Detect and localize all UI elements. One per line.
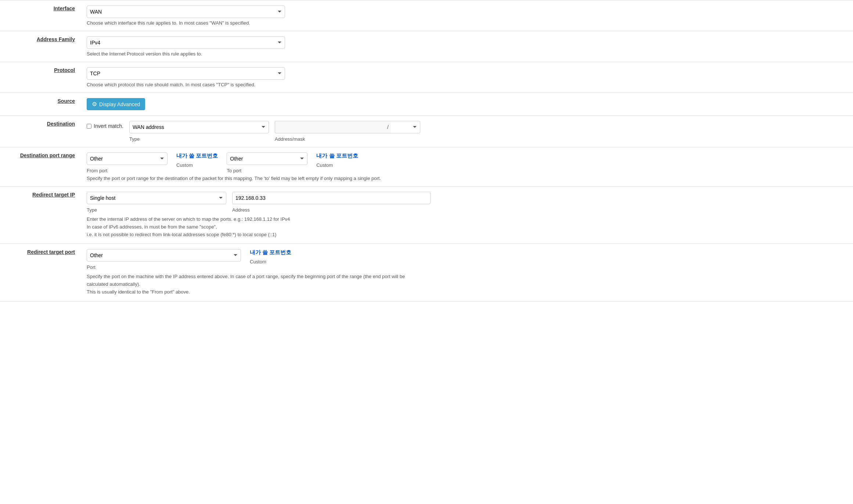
address-family-hint: Select the Internet Protocol version thi… bbox=[87, 51, 847, 57]
destination-port-range-content: Other HTTP HTTPS From port 내가 쓸 포트번호 Cus… bbox=[81, 147, 853, 187]
redirect-target-ip-hint: Enter the internal IP address of the ser… bbox=[87, 216, 847, 238]
source-row: Source ⚙ Display Advanced bbox=[0, 93, 853, 116]
destination-content: Invert match. WAN address LAN address Si… bbox=[81, 116, 853, 147]
destination-port-range-label-cell: Destination port range bbox=[0, 147, 81, 187]
destination-label-cell: Destination bbox=[0, 116, 81, 147]
protocol-content: TCP TCP UDP TCP/UDP Any Choose which pro… bbox=[81, 62, 853, 93]
redirect-target-ip-row: Redirect target IP Single host Network A… bbox=[0, 187, 853, 244]
redirect-target-ip-label: Redirect target IP bbox=[32, 192, 75, 198]
redirect-hint-line1: Enter the internal IP address of the ser… bbox=[87, 216, 847, 223]
destination-address-group: / Address/mask bbox=[275, 121, 420, 142]
address-family-content: IPv4 IPv4 IPv6 IPv4+IPv6 Select the Inte… bbox=[81, 31, 853, 62]
mask-select[interactable] bbox=[391, 121, 420, 133]
firewall-nat-form: Interface WAN LAN Other Choose which int… bbox=[0, 0, 853, 302]
address-mask-label: Address/mask bbox=[275, 136, 420, 142]
redirect-address-label: Address bbox=[232, 207, 431, 213]
redirect-type-group: Single host Network Any Type bbox=[87, 192, 226, 213]
port-range-fields: Other HTTP HTTPS From port 내가 쓸 포트번호 Cus… bbox=[87, 152, 847, 173]
invert-match-label: Invert match. bbox=[94, 123, 123, 129]
protocol-label-cell: Protocol bbox=[0, 62, 81, 93]
redirect-port-hint-line3: This is usually identical to the "From p… bbox=[87, 288, 847, 296]
destination-label: Destination bbox=[47, 121, 75, 127]
protocol-select[interactable]: TCP TCP UDP TCP/UDP Any bbox=[87, 67, 285, 80]
address-input[interactable] bbox=[275, 121, 385, 133]
destination-type-group: WAN address LAN address Single host Netw… bbox=[129, 121, 269, 142]
destination-type-label: Type bbox=[129, 136, 269, 142]
interface-row: Interface WAN LAN Other Choose which int… bbox=[0, 0, 853, 31]
redirect-port-hint-line1: Specify the port on the machine with the… bbox=[87, 273, 847, 281]
address-mask-group: / bbox=[275, 121, 420, 133]
redirect-ip-fields: Single host Network Any Type Address bbox=[87, 192, 847, 213]
redirect-port-hint-line2: calculated automatically). bbox=[87, 281, 847, 288]
protocol-label: Protocol bbox=[54, 67, 75, 73]
destination-port-range-row: Destination port range Other HTTP HTTPS … bbox=[0, 147, 853, 187]
source-label: Source bbox=[58, 98, 75, 104]
protocol-hint: Choose which protocol this rule should m… bbox=[87, 82, 847, 87]
redirect-custom-label: Custom bbox=[250, 259, 291, 264]
interface-content: WAN LAN Other Choose which interface thi… bbox=[81, 0, 853, 31]
redirect-target-port-label: Redirect target port bbox=[27, 249, 75, 255]
redirect-port-label: Port bbox=[87, 264, 241, 270]
redirect-type-label: Type bbox=[87, 207, 226, 213]
redirect-custom-group: 내가 쓸 포트번호 Custom bbox=[250, 249, 291, 264]
interface-hint: Choose which interface this rule applies… bbox=[87, 20, 847, 26]
from-port-select[interactable]: Other HTTP HTTPS bbox=[87, 152, 168, 165]
redirect-port-fields: Other HTTP HTTPS Port 내가 쓸 포트번호 Custom bbox=[87, 249, 847, 270]
destination-port-range-hint: Specify the port or port range for the d… bbox=[87, 176, 847, 181]
to-port-label: To port bbox=[227, 168, 307, 173]
slash-divider: / bbox=[385, 121, 391, 133]
interface-label: Interface bbox=[54, 6, 75, 11]
address-family-row: Address Family IPv4 IPv4 IPv6 IPv4+IPv6 … bbox=[0, 31, 853, 62]
address-family-label-cell: Address Family bbox=[0, 31, 81, 62]
to-port-group: Other HTTP HTTPS To port bbox=[227, 152, 307, 173]
invert-match-group: Invert match. bbox=[87, 121, 123, 129]
redirect-target-ip-content: Single host Network Any Type Address Ent… bbox=[81, 187, 853, 244]
destination-fields: Invert match. WAN address LAN address Si… bbox=[87, 121, 847, 142]
destination-port-range-label: Destination port range bbox=[20, 152, 75, 158]
to-custom-value: 내가 쓸 포트번호 bbox=[316, 152, 358, 159]
destination-type-select[interactable]: WAN address LAN address Single host Netw… bbox=[129, 121, 269, 133]
source-content: ⚙ Display Advanced bbox=[81, 93, 853, 116]
source-label-cell: Source bbox=[0, 93, 81, 116]
redirect-hint-line3: i.e. it is not possible to redirect from… bbox=[87, 231, 847, 239]
interface-label-cell: Interface bbox=[0, 0, 81, 31]
address-family-select[interactable]: IPv4 IPv4 IPv6 IPv4+IPv6 bbox=[87, 36, 285, 49]
redirect-port-select-group: Other HTTP HTTPS Port bbox=[87, 249, 241, 270]
redirect-target-port-hint: Specify the port on the machine with the… bbox=[87, 273, 847, 296]
redirect-ip-input[interactable] bbox=[232, 192, 431, 204]
to-custom-label: Custom bbox=[316, 162, 358, 168]
redirect-port-select[interactable]: Other HTTP HTTPS bbox=[87, 249, 241, 262]
redirect-target-ip-label-cell: Redirect target IP bbox=[0, 187, 81, 244]
display-advanced-button[interactable]: ⚙ Display Advanced bbox=[87, 98, 145, 110]
gear-icon: ⚙ bbox=[92, 101, 97, 108]
from-port-group: Other HTTP HTTPS From port bbox=[87, 152, 168, 173]
from-custom-value: 내가 쓸 포트번호 bbox=[176, 152, 218, 159]
to-custom-group: 내가 쓸 포트번호 Custom bbox=[316, 152, 358, 168]
redirect-type-select[interactable]: Single host Network Any bbox=[87, 192, 226, 204]
to-port-select[interactable]: Other HTTP HTTPS bbox=[227, 152, 307, 165]
redirect-target-port-label-cell: Redirect target port bbox=[0, 244, 81, 301]
invert-match-checkbox[interactable] bbox=[87, 124, 91, 129]
protocol-row: Protocol TCP TCP UDP TCP/UDP Any Choose … bbox=[0, 62, 853, 93]
address-family-label: Address Family bbox=[37, 36, 75, 42]
display-advanced-label: Display Advanced bbox=[99, 101, 140, 107]
redirect-custom-value: 내가 쓸 포트번호 bbox=[250, 249, 291, 256]
from-custom-group: 내가 쓸 포트번호 Custom bbox=[176, 152, 218, 168]
from-custom-label: Custom bbox=[176, 162, 218, 168]
redirect-hint-line2: In case of IPv6 addresses, in must be fr… bbox=[87, 223, 847, 231]
destination-row: Destination Invert match. WAN address LA… bbox=[0, 116, 853, 147]
redirect-target-port-content: Other HTTP HTTPS Port 내가 쓸 포트번호 Custom S… bbox=[81, 244, 853, 301]
redirect-address-group: Address bbox=[232, 192, 431, 213]
redirect-target-port-row: Redirect target port Other HTTP HTTPS Po… bbox=[0, 244, 853, 301]
interface-select[interactable]: WAN LAN Other bbox=[87, 6, 285, 18]
from-port-label: From port bbox=[87, 168, 168, 173]
